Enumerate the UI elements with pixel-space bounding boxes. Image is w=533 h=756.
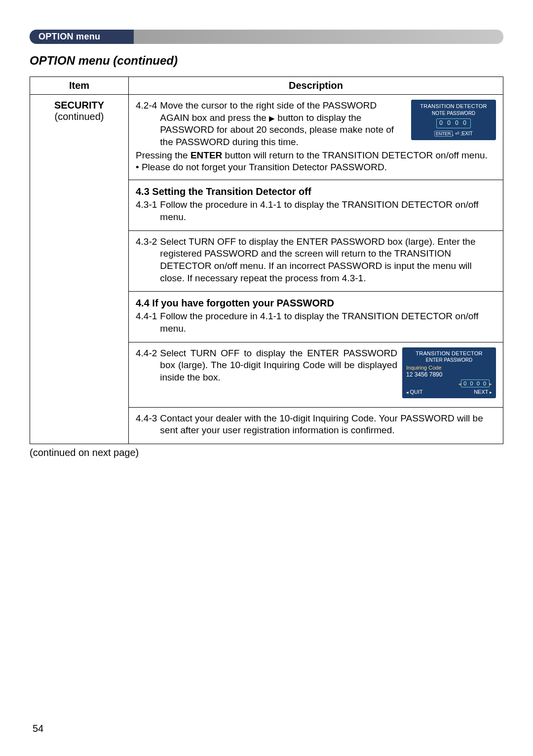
page-number: 54: [33, 723, 43, 734]
enter-line: Pressing the ENTER button will return to…: [136, 150, 496, 162]
heading-4-3: 4.3 Setting the Transition Detector off: [136, 185, 496, 198]
step-num-4-4-2: 4.4-2: [136, 347, 160, 384]
osd1-exitline: ENTER, ⏎ ;EXIT: [414, 130, 493, 137]
continued-note: (continued on next page): [30, 447, 503, 458]
osd2-subtitle: ENTER PASSWORD: [406, 357, 492, 363]
step-body-4-4-2: Select TURN OFF to display the ENTER PAS…: [160, 347, 397, 384]
menu-banner-label: OPTION menu: [38, 32, 100, 41]
arrow-right-icon: ▸: [490, 381, 492, 386]
osd2-inq-num: 12 3456 7890: [406, 371, 492, 379]
osd2-next: NEXT: [474, 388, 492, 396]
segment-4-4-1: 4.4 If you have forgotten your PASSWORD …: [129, 292, 503, 342]
segment-4-3-1: 4.3 Setting the Transition Detector off …: [129, 180, 503, 230]
item-subtitle: (continued): [35, 111, 123, 122]
segment-4-2-4: TRANSITION DETECTOR NOTE PASSWORD 0 0 0 …: [129, 95, 503, 180]
item-title: SECURITY: [35, 100, 123, 111]
step-body-4-4-1: Follow the procedure in 4.1-1 to display…: [160, 310, 496, 335]
step-num-4-4-1: 4.4-1: [136, 310, 160, 335]
osd1-enter-btn: ENTER: [434, 131, 453, 137]
segment-4-4-2: TRANSITION DETECTOR ENTER PASSWORD Inqui…: [129, 342, 503, 408]
osd1-exit-text: , ⏎ ;EXIT: [453, 131, 473, 136]
description-cell: TRANSITION DETECTOR NOTE PASSWORD 0 0 0 …: [129, 95, 503, 444]
osd2-inq-label: Inquiring Code: [406, 364, 492, 371]
osd-note-password: TRANSITION DETECTOR NOTE PASSWORD 0 0 0 …: [411, 100, 496, 140]
bullet-note: • Please do not forget your Transition D…: [136, 161, 496, 174]
heading-4-4: 4.4 If you have forgotten your PASSWORD: [136, 297, 496, 309]
osd-enter-password: TRANSITION DETECTOR ENTER PASSWORD Inqui…: [402, 347, 496, 398]
osd2-digits: 0 0 0 0: [461, 379, 490, 387]
step-body-4-3-1: Follow the procedure in 4.1-1 to display…: [160, 199, 496, 223]
segment-4-4-3: 4.4-3 Contact your dealer with the 10-di…: [129, 408, 503, 444]
osd2-quit: QUIT: [406, 388, 423, 396]
step-body-4-2-4: Move the cursor to the right side of the…: [160, 100, 406, 149]
step-num-4-4-3: 4.4-3: [136, 413, 160, 437]
step-body-4-3-2: Select TURN OFF to display the ENTER PAS…: [160, 236, 496, 285]
right-arrow-icon: ▶: [269, 114, 275, 122]
osd1-subtitle: NOTE PASSWORD: [414, 110, 493, 116]
item-cell: SECURITY (continued): [30, 95, 129, 444]
col-header-item: Item: [30, 77, 129, 95]
osd1-title: TRANSITION DETECTOR: [414, 103, 493, 110]
col-header-description: Description: [129, 77, 503, 95]
osd2-title: TRANSITION DETECTOR: [406, 350, 492, 357]
step-num-4-2-4: 4.2-4: [136, 100, 160, 149]
step-num-4-3-1: 4.3-1: [136, 199, 160, 223]
menu-banner: OPTION menu: [30, 30, 503, 44]
osd1-digits: 0 0 0 0: [436, 118, 471, 128]
step-body-4-4-3: Contact your dealer with the 10-digit In…: [160, 413, 496, 437]
enter-bold: ENTER: [190, 150, 222, 160]
section-title: OPTION menu (continued): [30, 54, 503, 68]
option-table: Item Description SECURITY (continued) TR…: [30, 76, 503, 444]
step-num-4-3-2: 4.3-2: [136, 236, 160, 285]
segment-4-3-2: 4.3-2 Select TURN OFF to display the ENT…: [129, 231, 503, 292]
